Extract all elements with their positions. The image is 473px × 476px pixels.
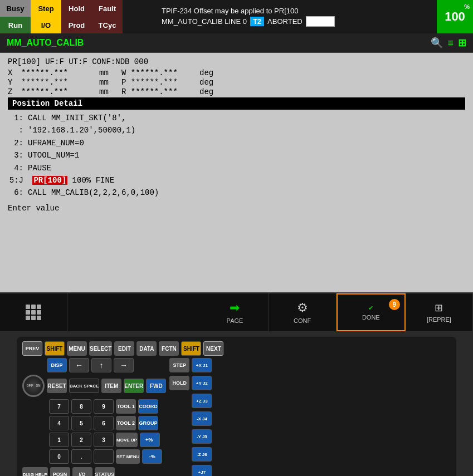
line-content-1: CALL MM_INIT_SKT('8', [28,112,126,124]
num-5-button[interactable]: 5 [71,416,91,430]
data-button[interactable]: DATA [136,341,157,356]
percent-display: 100 % [437,0,473,33]
set-menu-button[interactable]: SET MENU [116,449,140,464]
line-content-1b: '192.168.1.20',50000,1) [28,124,135,136]
line-num-4: 4: [8,162,23,174]
code-line-1b: : '192.168.1.20',50000,1) [8,124,465,136]
edit-button[interactable]: EDIT [114,341,134,356]
coord-button[interactable]: COORD [138,399,158,414]
status-prefix: MM_AUTO_CALIB LINE 0 [162,17,247,26]
step-button[interactable]: Step [31,0,61,17]
toolbar-conf-button[interactable]: ⚙ CONF [269,293,337,331]
pr-header: PR[100] UF:F UT:F CONF:NDB 000 [8,57,465,66]
busy-button[interactable]: Busy [0,0,31,17]
coord-val-z1: ******.*** [21,87,94,96]
reset-button[interactable]: RESET [47,379,67,393]
line-content-2: UFRAME_NUM=0 [28,137,84,149]
step-kbd-button[interactable]: STEP [169,358,189,372]
hold-kbd-button[interactable]: HOLD [169,376,189,390]
zj3-button[interactable]: +Z J3 [192,394,212,408]
status-line1: TPIF-234 Offset may be applied to PR[100 [162,7,437,15]
left-arrow-button[interactable]: ← [69,358,89,372]
num-3-button[interactable]: 3 [94,433,114,447]
zoom-icon[interactable]: 🔍 [431,37,443,49]
shift-button-right[interactable]: SHIFT [181,341,201,356]
coord-unit-y2: deg [199,78,216,87]
yj2-button[interactable]: +Y J2 [192,376,212,390]
status-left: Busy Step Hold Fault Run I/O Prod TCyc [0,0,156,33]
shift-button-left[interactable]: SHIFT [45,341,65,356]
hold-button[interactable]: Hold [61,0,92,17]
toolbar-grid-button[interactable] [0,293,67,331]
yj5-button[interactable]: -Y J5 [192,429,212,444]
select-button[interactable]: SELECT [89,341,112,356]
code-line-6: 6: CALL MM_CALIB(2,2,2,6,0,100) [8,187,465,199]
t2-badge: T2 [250,17,264,26]
zj6-button[interactable]: -Z J6 [192,447,212,462]
enter-button[interactable]: ENTER [124,379,144,393]
num-9-button[interactable]: 9 [94,399,114,414]
fwd-button[interactable]: FWD [146,379,166,393]
group-button[interactable]: GROUP [138,416,158,430]
toolbar-done-button[interactable]: ✔ DONE 9 [337,293,406,331]
fctn-button[interactable]: FCTN [159,341,179,356]
up-arrow-button[interactable]: ↑ [91,358,111,372]
num-7-button[interactable]: 7 [49,399,69,414]
tcyc-button[interactable]: TCyc [92,17,123,33]
status-row-top: Busy Step Hold Fault [0,0,156,17]
line-content-3: UTOOL_NUM=1 [28,149,79,161]
menu-icon[interactable]: ≡ [447,37,454,49]
right-arrow-button[interactable]: → [114,358,134,372]
toolbar-spacer [67,293,201,331]
toolbar-done-label: DONE [362,314,380,321]
num-4-button[interactable]: 4 [49,416,69,430]
run-button[interactable]: Run [0,17,31,33]
status-button[interactable]: STATUS [95,467,115,476]
prod-button[interactable]: Prod [61,17,92,33]
joint-badge: JOINT [306,16,335,27]
num-6-button[interactable]: 6 [94,416,114,430]
j7-button[interactable]: +J7 [192,465,212,476]
fault-button[interactable]: Fault [92,0,123,17]
num-1-button[interactable]: 1 [49,433,69,447]
next-button[interactable]: NEXT [203,341,223,356]
keyboard-bg: PREV SHIFT MENU SELECT EDIT DATA FCTN SH… [17,337,456,476]
xj4-button[interactable]: -X J4 [192,411,212,426]
menu-button[interactable]: MENU [67,341,87,356]
coord-label-z: Z [8,87,16,96]
line-content-6: CALL MM_CALIB(2,2,2,6,0,100) [28,187,159,199]
move-up-button[interactable]: MOVE UP [116,433,138,447]
io-button[interactable]: I/O [31,17,61,33]
line-content-4: PAUSE [28,162,51,174]
toolbar-page-button[interactable]: ➡ PAGE [201,293,269,331]
line-content-5: PR[100] 100% FINE [28,174,114,187]
dot-button[interactable]: . [71,449,91,464]
tool1-button[interactable]: TOOL 1 [116,399,136,414]
coord-unit-x2: deg [199,68,216,77]
prev-button[interactable]: PREV [22,341,42,356]
num-8-button[interactable]: 8 [71,399,91,414]
off-on-knob[interactable]: OFF ON [22,375,45,397]
pr-line: PR[100] UF:F UT:F CONF:NDB 000 [8,57,148,66]
coord-label-x: X [8,68,16,77]
item-button[interactable]: ITEM [101,379,121,393]
posn-button[interactable]: POSN [50,467,70,476]
title-icons: 🔍 ≡ ⊞ [431,37,466,49]
tool2-button[interactable]: TOOL 2 [116,416,136,430]
coord-val-z2: R ******.*** [121,87,194,96]
position-detail-header: Position Detail [8,97,465,110]
coord-row-y: Y ******.*** mm P ******.*** deg [8,78,465,87]
coord-unit-x1: mm [99,68,116,77]
xj1-button[interactable]: +X J1 [192,358,212,372]
num-2-button[interactable]: 2 [71,433,91,447]
disp-button[interactable]: DISP [47,358,67,372]
minus-pct-button[interactable]: -% [142,449,162,464]
diag-help-button[interactable]: DIAG HELP [22,467,48,476]
num-0-button[interactable]: 0 [49,449,69,464]
layout-icon[interactable]: ⊞ [458,37,466,49]
backspace-button[interactable]: BACK SPACE [69,379,99,393]
line-num-1: 1: [8,112,23,124]
io-kbd-button[interactable]: I/O [72,467,92,476]
plus-pct-button[interactable]: +% [140,433,160,447]
toolbar-repre-button[interactable]: ⊞ [REPRE] [406,293,473,331]
